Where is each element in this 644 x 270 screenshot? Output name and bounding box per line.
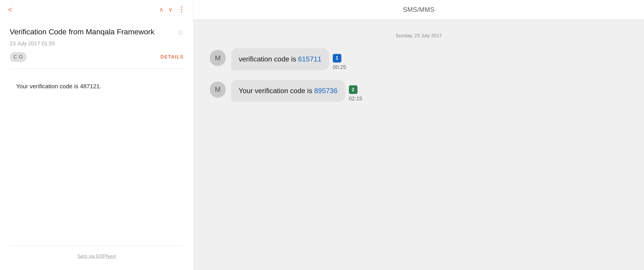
sent-via-link[interactable]: Sent via ERPNext (10, 254, 184, 259)
more-options-button[interactable] (178, 5, 185, 14)
sms-time-1: 00:25 (333, 64, 346, 70)
sms-time-wrap-2: 2 02:15 (349, 85, 362, 102)
sms-bubble-1-code[interactable]: 615711 (298, 55, 321, 63)
sms-bubble-1-text-before: verification code is (239, 55, 298, 63)
sms-avatar-2: M (210, 82, 226, 98)
back-button[interactable] (8, 6, 12, 13)
email-meta-row: C O DETAILS (10, 52, 184, 62)
email-body-text: Your verification code is 487121. (16, 82, 177, 91)
sms-time-2: 02:15 (349, 96, 362, 102)
sender-avatar: C O (10, 52, 27, 62)
sms-bubble-1: verification code is 615711 (231, 48, 329, 70)
sms-badge-2: 2 (349, 85, 357, 94)
sms-avatar-1: M (210, 50, 226, 66)
email-subject-text: Verification Code from Manqala Framework (10, 28, 154, 36)
email-toolbar (0, 0, 193, 19)
sms-bubble-2-text-before: Your verification code is (239, 87, 314, 95)
email-date: 23 July 2017 01:55 (10, 41, 184, 47)
email-footer: Sent via ERPNext (0, 240, 193, 270)
sms-header: SMS/MMS (194, 0, 644, 20)
email-body: Your verification code is 487121. (0, 69, 193, 240)
sms-message-1: M verification code is 615711 1 00:25 (210, 48, 628, 70)
sms-body: Sunday, 23 July 2017 M verification code… (194, 20, 644, 270)
email-footer-divider (10, 246, 184, 246)
sms-bubble-2: Your verification code is 895736 (231, 80, 345, 102)
sms-bubble-wrap-1: verification code is 615711 1 00:25 (231, 48, 346, 70)
prev-email-button[interactable] (159, 6, 163, 13)
email-subject: Verification Code from Manqala Framework… (10, 27, 184, 37)
email-panel: Verification Code from Manqala Framework… (0, 0, 194, 270)
sms-title: SMS/MMS (403, 6, 435, 13)
sms-bubble-2-code[interactable]: 895736 (314, 87, 338, 95)
sms-panel: SMS/MMS Sunday, 23 July 2017 M verificat… (194, 0, 644, 270)
sms-badge-1: 1 (333, 54, 341, 63)
sms-time-wrap-1: 1 00:25 (333, 54, 346, 70)
next-email-button[interactable] (168, 6, 173, 13)
email-header: Verification Code from Manqala Framework… (0, 19, 193, 68)
toolbar-nav (159, 6, 173, 13)
sms-bubble-wrap-2: Your verification code is 895736 2 02:15 (231, 80, 362, 102)
sms-message-2: M Your verification code is 895736 2 02:… (210, 80, 628, 102)
star-button[interactable]: ☆ (177, 28, 184, 37)
sms-date-label: Sunday, 23 July 2017 (210, 33, 628, 39)
details-button[interactable]: DETAILS (160, 54, 184, 60)
